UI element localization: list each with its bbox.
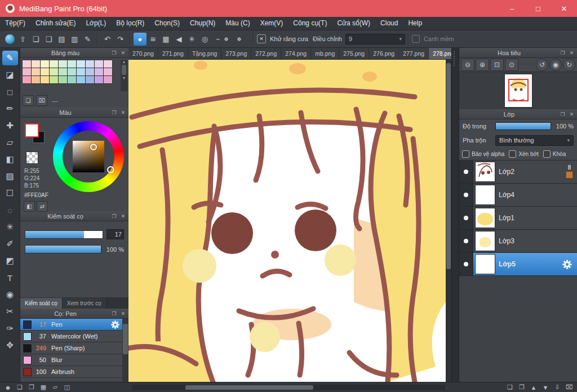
panel-float-icon[interactable]: ❐ xyxy=(110,110,118,115)
layer-row[interactable]: Lớp4 xyxy=(459,184,577,207)
new-layer-icon[interactable]: ❏ xyxy=(505,384,515,391)
brush-shape-circle-button[interactable]: ● xyxy=(134,33,147,46)
brush-shape-target-button[interactable]: ◎ xyxy=(198,33,211,46)
palette-swatch[interactable] xyxy=(86,68,94,75)
palette-swatch[interactable] xyxy=(23,60,31,68)
comment-button[interactable]: ❏ xyxy=(29,33,42,46)
palette-swatch[interactable] xyxy=(104,68,112,75)
scrollbar-thumb[interactable] xyxy=(446,63,451,269)
color-wheel[interactable] xyxy=(53,121,124,192)
palette-swatch[interactable] xyxy=(50,68,58,75)
brush-size-value[interactable]: 17 xyxy=(106,229,124,239)
select-pen-tool[interactable]: ✐ xyxy=(2,237,18,251)
undo-button[interactable]: ↶ xyxy=(101,33,114,46)
palette-swatch[interactable] xyxy=(77,76,85,83)
brush-item[interactable]: 17 Pen xyxy=(20,319,128,331)
move-layer-up-icon[interactable]: ▲ xyxy=(529,384,539,391)
palette-swatch[interactable] xyxy=(41,68,49,75)
brush-settings-gear-icon[interactable] xyxy=(111,320,119,329)
palette-swatch[interactable] xyxy=(59,76,67,83)
rotate-left-button[interactable]: ↺ xyxy=(536,59,548,71)
alpha-lock-checkbox[interactable] xyxy=(462,150,469,158)
panel-float-icon[interactable]: ❐ xyxy=(110,213,118,219)
brush-item[interactable]: 249 Pen (Sharp) xyxy=(20,342,128,354)
hand-tool[interactable]: ✥ xyxy=(2,338,18,353)
select-eraser-tool[interactable]: ◩ xyxy=(2,253,18,268)
palette-mode-button[interactable]: ◧ xyxy=(24,201,35,212)
panel-divider[interactable] xyxy=(451,48,459,382)
canvas-tab[interactable]: 274.png xyxy=(281,48,311,59)
brush-item[interactable]: 37 Watercolor (Wet) xyxy=(20,331,128,342)
palette-swatch[interactable] xyxy=(23,68,31,75)
menu-snap[interactable]: Chụp(N) xyxy=(185,17,220,30)
palette-swatch[interactable] xyxy=(59,68,67,75)
zoom-in-button[interactable]: ⊕ xyxy=(476,59,489,71)
canvas-tab[interactable]: 277.png xyxy=(399,48,429,59)
palette-swatch[interactable] xyxy=(77,60,85,68)
text-tool[interactable]: T xyxy=(2,270,18,285)
rectangle-tool[interactable]: □ xyxy=(2,84,18,99)
duplicate-layer-icon[interactable]: ❐ xyxy=(517,384,527,391)
pen-tool[interactable]: ✏ xyxy=(2,101,18,116)
palette-swatch[interactable] xyxy=(77,68,85,75)
panel-close-icon[interactable]: ✕ xyxy=(568,112,575,117)
panel-float-icon[interactable]: ❐ xyxy=(110,311,118,317)
palette-swatch[interactable] xyxy=(68,60,76,68)
divide-tool[interactable]: ✂ xyxy=(2,304,18,319)
brush-shape-curve-button[interactable]: ~ xyxy=(211,33,224,46)
select-tool[interactable]: ☐ xyxy=(2,186,18,201)
maximize-button[interactable]: □ xyxy=(525,0,551,17)
layer-thumbnail[interactable] xyxy=(476,162,495,181)
swap-colors-button[interactable]: ⇄ xyxy=(37,201,48,212)
menu-window[interactable]: Cửa sổ(W) xyxy=(332,17,375,30)
actual-size-button[interactable]: ⊙ xyxy=(505,59,518,71)
blend-mode-select[interactable]: Bình thường ▾ xyxy=(495,135,574,146)
new-canvas-icon[interactable]: ❏ xyxy=(15,384,25,391)
palette-swatch[interactable] xyxy=(95,76,103,83)
chat-button[interactable]: ❑ xyxy=(42,33,55,46)
layer-thumbnail[interactable] xyxy=(476,208,495,228)
layer-row[interactable]: Lớp2 8 xyxy=(459,161,577,184)
clipping-checkbox[interactable] xyxy=(509,150,516,158)
canvas-artwork[interactable] xyxy=(128,60,446,382)
palette-scrollbar[interactable]: ▲ ▼ xyxy=(121,60,127,91)
scrollbar-thumb[interactable] xyxy=(123,324,128,354)
shape-tool[interactable]: ▱ xyxy=(2,135,18,150)
scrollbar-thumb[interactable] xyxy=(122,65,126,75)
canvas-tab[interactable]: 270.png xyxy=(128,48,158,59)
transparent-color-swatch[interactable] xyxy=(26,152,38,164)
publish-button[interactable]: ⇧ xyxy=(16,33,29,46)
scroll-down-icon[interactable]: ▼ xyxy=(122,76,126,80)
eraser-tool[interactable]: ◪ xyxy=(2,68,18,82)
brush-settings-button[interactable] xyxy=(224,33,237,46)
palette-swatch[interactable] xyxy=(95,68,103,75)
menu-filter[interactable]: Bộ lọc(R) xyxy=(111,17,149,30)
fill-tool[interactable]: ◧ xyxy=(2,152,18,167)
panel-float-icon[interactable]: ❐ xyxy=(559,50,566,56)
panel-float-icon[interactable]: ❐ xyxy=(110,50,118,56)
fit-screen-button[interactable]: ⊡ xyxy=(490,59,504,71)
palette-swatch[interactable] xyxy=(32,68,40,75)
foreground-color-swatch[interactable] xyxy=(25,123,39,137)
canvas-tab[interactable]: mb.png xyxy=(311,48,339,59)
saturation-value-square[interactable] xyxy=(73,141,104,172)
menu-help[interactable]: Help xyxy=(403,17,427,30)
canvas-tab[interactable]: Tặng.png xyxy=(188,48,221,59)
palette-swatch[interactable] xyxy=(68,76,76,83)
canvas-tab[interactable]: 275.png xyxy=(339,48,369,59)
panel-close-icon[interactable]: ✕ xyxy=(119,213,127,219)
foreground-background-swatches[interactable] xyxy=(24,122,50,148)
palette-swatch[interactable] xyxy=(104,60,112,68)
palette-swatch[interactable] xyxy=(86,60,94,68)
brush-shape-lines-button[interactable]: ≋ xyxy=(147,33,159,46)
rotate-right-button[interactable]: ↻ xyxy=(563,59,575,71)
soft-edge-checkbox[interactable] xyxy=(412,35,420,43)
layer-visibility-toggle[interactable] xyxy=(459,253,473,275)
brush-size-slider[interactable] xyxy=(25,230,103,239)
layer-thumbnail[interactable] xyxy=(476,185,495,204)
palette-swatch[interactable] xyxy=(32,76,40,83)
layer-visibility-toggle[interactable] xyxy=(459,161,473,183)
palette-swatch[interactable] xyxy=(68,68,76,75)
canvas-horizontal-scrollbar[interactable] xyxy=(132,385,445,390)
menu-layer[interactable]: Lớp(L) xyxy=(81,17,111,30)
